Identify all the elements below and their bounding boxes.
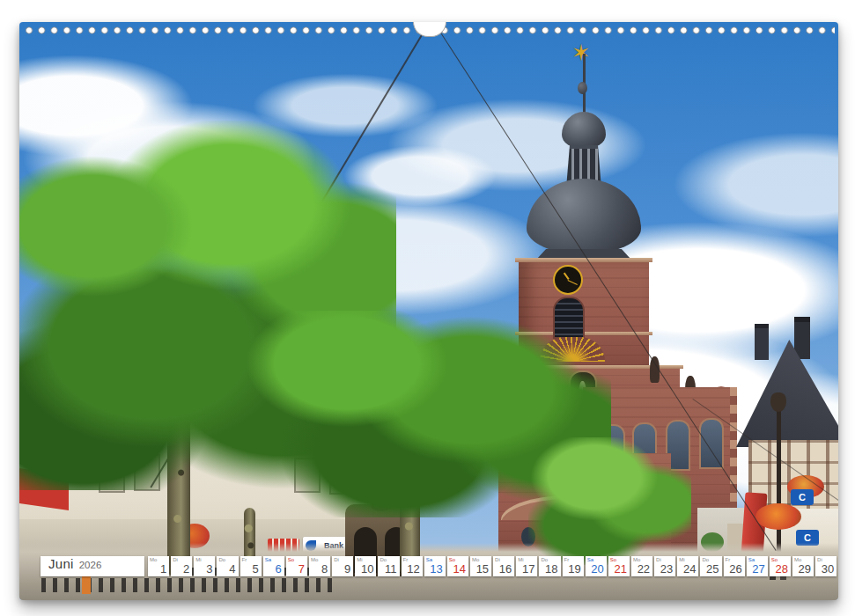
calendar-day-cell: Mi3 [194, 556, 215, 576]
weekday-label: So [288, 557, 294, 562]
day-number: 16 [499, 563, 512, 576]
month-label: Juni [48, 556, 74, 571]
day-number: 24 [683, 563, 696, 576]
spire-star-finial-icon: ✶ [571, 41, 591, 64]
weekday-label: Fr [242, 557, 247, 562]
day-strip: Mo1Di2Mi3Do4Fr5Sa6So7Mo8Di9Mi10Do11Fr12S… [148, 556, 837, 576]
day-number: 2 [183, 563, 189, 576]
chimney [755, 324, 769, 360]
calendar-day-cell: Mo29 [792, 556, 814, 576]
calendar-day-cell: Mi24 [677, 556, 698, 576]
lamp-head [770, 392, 786, 412]
gable-roof [736, 340, 838, 447]
day-number: 27 [752, 563, 764, 576]
day-number: 5 [252, 563, 258, 576]
calendar-day-cell: Mo1 [148, 556, 169, 576]
calendar-day-cell: So14 [447, 556, 468, 576]
calendar-day-cell: So21 [608, 556, 630, 576]
calendar-day-cell: Mo15 [470, 556, 491, 576]
lamppost-flower-basket [755, 503, 801, 530]
weekday-label: Mo [150, 557, 157, 562]
day-number: 10 [361, 563, 373, 576]
calendar-day-cell: Sa20 [586, 556, 607, 576]
day-number: 13 [430, 563, 442, 576]
calendar-day-cell: Di30 [815, 556, 837, 576]
day-number: 4 [229, 563, 235, 576]
day-number: 25 [706, 563, 719, 576]
day-number: 18 [545, 563, 557, 576]
small-onion-dome [562, 112, 606, 149]
calendar-day-cell: Di16 [493, 556, 514, 576]
day-number: 15 [476, 563, 489, 576]
day-number: 28 [775, 563, 787, 576]
tower-clock [553, 265, 583, 295]
day-number: 19 [568, 563, 580, 576]
calendar-day-cell: So7 [286, 556, 307, 576]
calendar-day-cell: Fr19 [563, 556, 584, 576]
calendar-day-cell: Sa13 [424, 556, 446, 576]
weekday-label: Mo [311, 557, 318, 562]
calendar-day-cell: Do11 [378, 556, 399, 576]
calendar-product-page: ✶ [0, 0, 855, 616]
calendar-day-cell: Fr12 [402, 556, 423, 576]
day-number: 29 [799, 563, 811, 576]
calendar-day-cell: Di2 [171, 556, 192, 576]
nave-arched-window [699, 418, 724, 469]
day-number: 11 [385, 563, 397, 576]
day-number: 3 [206, 563, 212, 576]
town-square-photo: ✶ [19, 22, 838, 600]
calendar-day-cell: Do18 [539, 556, 560, 576]
day-number: 26 [729, 563, 741, 576]
day-number: 17 [522, 563, 534, 576]
day-number: 9 [344, 563, 350, 576]
c-sign: C [791, 489, 814, 505]
calendar-day-cell: Fr5 [240, 556, 262, 576]
day-number: 21 [614, 563, 626, 576]
weekday-label: Di [334, 557, 339, 562]
calendar-day-cell: Sa27 [747, 556, 768, 576]
calendar-day-cell: Mi17 [516, 556, 537, 576]
calendar-day-cell: Di9 [332, 556, 353, 576]
day-number: 22 [638, 563, 650, 576]
calendar-day-cell: Do4 [217, 556, 238, 576]
calendar-day-cell: Mo8 [309, 556, 330, 576]
calendar-day-cell: Mi10 [355, 556, 376, 576]
day-number: 1 [160, 563, 166, 576]
pruned-tree-canopy-right [528, 437, 691, 565]
weekday-label: Di [173, 557, 178, 562]
calendar-day-cell: So28 [770, 556, 791, 576]
calendar-day-cell: Fr26 [724, 556, 745, 576]
weekday-label: Do [218, 557, 225, 562]
day-number: 20 [591, 563, 603, 576]
calendar-sheet: ✶ [19, 22, 838, 600]
weekday-label: Mi [195, 557, 201, 562]
day-number: 30 [822, 563, 834, 576]
day-number: 14 [453, 563, 466, 576]
day-number: 8 [321, 563, 328, 576]
onion-dome [527, 179, 641, 254]
month-box: Juni 2026 [41, 556, 144, 576]
calendar-day-cell: Di23 [654, 556, 675, 576]
tower-cornice [515, 258, 652, 262]
weekday-label: Sa [265, 557, 271, 562]
day-number: 7 [299, 563, 305, 576]
day-number: 12 [407, 563, 419, 576]
calendar-strip: Juni 2026 Mo1Di2Mi3Do4Fr5Sa6So7Mo8Di9Mi1… [19, 556, 838, 576]
day-number: 23 [660, 563, 673, 576]
calendar-day-cell: Do25 [700, 556, 721, 576]
calendar-day-cell: Sa6 [263, 556, 284, 576]
year-label: 2026 [79, 560, 102, 570]
spire-orb [578, 82, 587, 94]
right-buildings: C C [724, 317, 838, 572]
day-number: 6 [276, 563, 282, 576]
calendar-day-cell: Mo22 [631, 556, 652, 576]
